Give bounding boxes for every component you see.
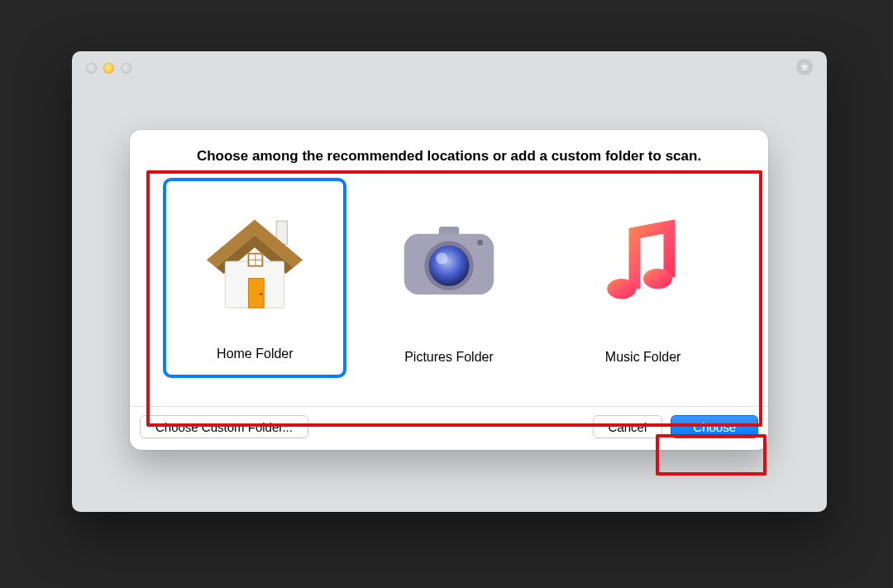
app-window: Choose among the recommended locations o… <box>72 51 827 512</box>
star-icon[interactable] <box>795 58 814 76</box>
option-home-folder[interactable]: Home Folder <box>163 178 346 378</box>
choose-custom-folder-button[interactable]: Choose Custom Folder... <box>140 415 308 438</box>
music-icon <box>585 178 701 345</box>
option-home-label: Home Folder <box>217 347 293 361</box>
svg-point-17 <box>607 279 636 299</box>
folder-options-row: Home Folder <box>130 174 768 401</box>
sheet-title: Choose among the recommended locations o… <box>130 130 768 174</box>
choose-button[interactable]: Choose <box>671 415 758 438</box>
traffic-zoom-icon[interactable] <box>121 63 131 74</box>
option-pictures-folder[interactable]: Pictures Folder <box>357 178 541 378</box>
svg-point-15 <box>436 253 447 265</box>
title-bar <box>72 51 827 88</box>
choose-folder-sheet: Choose among the recommended locations o… <box>130 130 768 450</box>
svg-point-18 <box>643 269 672 289</box>
traffic-lights <box>86 63 131 74</box>
option-music-folder[interactable]: Music Folder <box>552 178 735 378</box>
option-music-label: Music Folder <box>605 350 681 365</box>
sheet-button-row: Choose Custom Folder... Cancel Choose <box>130 407 768 450</box>
svg-point-16 <box>477 240 483 246</box>
cancel-button[interactable]: Cancel <box>593 415 663 438</box>
camera-icon <box>391 178 507 345</box>
option-pictures-label: Pictures Folder <box>404 350 494 365</box>
traffic-close-icon[interactable] <box>86 63 97 74</box>
traffic-minimize-icon[interactable] <box>103 63 114 74</box>
svg-point-9 <box>260 293 262 295</box>
svg-point-14 <box>428 246 469 286</box>
home-icon <box>193 181 317 342</box>
